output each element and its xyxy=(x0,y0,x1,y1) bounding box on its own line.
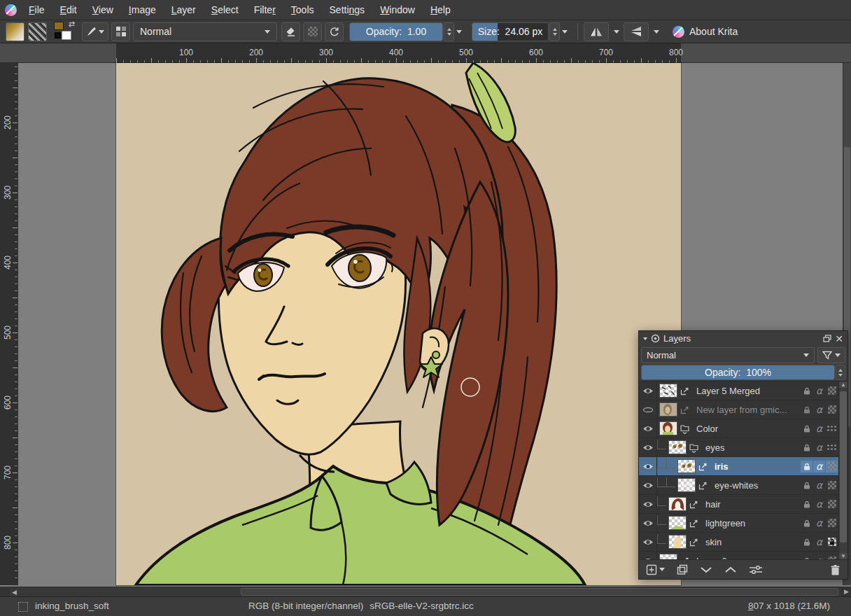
layer-thumbnail[interactable] xyxy=(659,384,677,398)
mirror-vertical-options[interactable] xyxy=(652,22,661,41)
layer-thumbnail[interactable] xyxy=(668,535,687,549)
layer-row-layer6[interactable]: Layer 6 α xyxy=(639,552,848,559)
layer-lock-icon[interactable] xyxy=(801,442,813,454)
docker-collapse-icon[interactable] xyxy=(643,337,647,340)
layer-filter-button[interactable] xyxy=(817,347,845,363)
layer-thumbnail[interactable] xyxy=(677,478,696,492)
alpha-lock-icon[interactable]: α xyxy=(813,498,825,510)
gradient-chooser-button[interactable] xyxy=(6,22,24,41)
passthrough-icon[interactable] xyxy=(826,442,838,454)
alpha-lock-icon[interactable]: α xyxy=(813,479,825,491)
layer-properties-button[interactable] xyxy=(749,565,763,575)
inherit-alpha-icon[interactable] xyxy=(826,461,838,472)
inherit-alpha-icon[interactable] xyxy=(826,517,838,529)
layer-row-color-group[interactable]: Color α xyxy=(639,419,848,438)
canvas-horizontal-scrollbar[interactable]: ◀ xyxy=(10,587,841,596)
add-layer-button[interactable] xyxy=(646,564,665,575)
layer-lock-icon[interactable] xyxy=(801,536,813,548)
foreground-color-swatch[interactable] xyxy=(54,22,64,30)
layer-row-eye-whites[interactable]: eye-whites α xyxy=(639,476,848,495)
delete-layer-button[interactable] xyxy=(830,564,841,575)
layer-name[interactable]: skin xyxy=(701,537,800,547)
menu-layer[interactable]: Layer xyxy=(164,2,204,18)
layer-thumbnail[interactable] xyxy=(659,402,677,416)
visibility-toggle[interactable] xyxy=(639,533,657,551)
menu-edit[interactable]: Edit xyxy=(52,2,85,18)
layer-thumbnail[interactable] xyxy=(668,497,687,511)
pattern-chooser-button[interactable] xyxy=(28,22,47,41)
layer-lock-icon[interactable] xyxy=(801,517,813,529)
mirror-horizontal-button[interactable] xyxy=(584,22,609,41)
preserve-alpha-button[interactable] xyxy=(303,22,322,41)
alpha-lock-icon[interactable]: α xyxy=(813,555,825,560)
layer-blend-mode-select[interactable]: Normal xyxy=(641,347,815,363)
move-layer-up-button[interactable] xyxy=(724,566,737,573)
opacity-slider[interactable]: Opacity: 1.00 xyxy=(349,22,443,41)
layer-lock-icon[interactable] xyxy=(801,423,813,435)
opacity-spinner[interactable] xyxy=(444,22,454,41)
layer-name[interactable]: eye-whites xyxy=(710,480,800,491)
visibility-toggle[interactable] xyxy=(639,476,657,494)
blend-mode-select[interactable]: Normal xyxy=(133,22,277,41)
docker-float-icon[interactable] xyxy=(823,335,831,342)
layer-opacity-slider[interactable]: Opacity: 100% xyxy=(641,365,835,380)
inherit-alpha-active-icon[interactable] xyxy=(826,536,838,548)
visibility-toggle[interactable] xyxy=(639,514,657,532)
reload-preset-button[interactable] xyxy=(325,22,344,41)
layer-lock-icon[interactable] xyxy=(801,461,813,472)
layer-row-skin[interactable]: skin α xyxy=(639,533,848,552)
layer-name[interactable]: Color xyxy=(691,424,800,434)
default-colors-swatch[interactable] xyxy=(55,32,61,38)
menu-image[interactable]: Image xyxy=(121,2,164,18)
scroll-right-icon[interactable]: ▶ xyxy=(844,587,849,596)
layer-name[interactable]: hair xyxy=(701,499,800,510)
scroll-down-icon[interactable]: ▼ xyxy=(839,553,848,559)
alpha-lock-icon[interactable]: α xyxy=(813,461,825,472)
menu-file[interactable]: File xyxy=(21,2,52,18)
layer-name[interactable]: eyes xyxy=(701,442,800,453)
brush-preset-chooser-button[interactable] xyxy=(111,22,130,41)
layer-row-eyes-group[interactable]: eyes α xyxy=(639,438,848,457)
visibility-toggle[interactable] xyxy=(639,552,657,559)
layer-lock-icon[interactable] xyxy=(801,555,813,560)
layer-name[interactable]: Layer 6 xyxy=(691,556,800,560)
about-krita[interactable]: About Krita xyxy=(668,26,738,38)
visibility-toggle[interactable] xyxy=(639,400,657,419)
layer-name[interactable]: Layer 5 Merged xyxy=(691,386,800,396)
group-layer-icon[interactable] xyxy=(677,424,691,434)
layer-row-layer5-merged[interactable]: Layer 5 Merged α xyxy=(639,382,848,400)
alpha-lock-icon[interactable]: α xyxy=(813,404,825,416)
menu-settings[interactable]: Settings xyxy=(322,2,373,18)
layer-thumbnail[interactable] xyxy=(668,516,687,530)
layer-lock-icon[interactable] xyxy=(801,385,813,397)
mirror-horizontal-options[interactable] xyxy=(612,22,621,41)
scroll-left-icon[interactable]: ◀ xyxy=(12,587,17,597)
inherit-alpha-icon[interactable] xyxy=(826,498,838,510)
layer-list-scrollbar[interactable]: ▲ ▼ xyxy=(838,382,848,559)
layer-row-gmic[interactable]: New layer from gmic... α xyxy=(639,400,848,419)
visibility-toggle[interactable] xyxy=(639,438,657,456)
layer-thumbnail[interactable] xyxy=(659,421,677,435)
brush-preset-status-icon[interactable] xyxy=(18,602,28,612)
visibility-toggle[interactable] xyxy=(639,419,657,438)
eraser-mode-button[interactable] xyxy=(281,22,300,41)
status-document-size[interactable]: 807 x 1018 (21.6M) xyxy=(748,601,830,611)
visibility-toggle[interactable] xyxy=(639,382,657,400)
menu-select[interactable]: Select xyxy=(204,2,246,18)
alpha-lock-icon[interactable]: α xyxy=(813,442,825,454)
visibility-toggle[interactable] xyxy=(639,457,657,475)
layer-row-lightgreen[interactable]: lightgreen α xyxy=(639,514,848,533)
layer-list-scroll-thumb[interactable] xyxy=(840,391,847,542)
brush-editor-button[interactable] xyxy=(82,22,108,41)
menu-view[interactable]: View xyxy=(85,2,121,18)
size-spinner[interactable] xyxy=(549,22,560,41)
layer-thumbnail[interactable] xyxy=(659,554,677,559)
mirror-vertical-button[interactable] xyxy=(624,22,649,41)
layers-docker-titlebar[interactable]: Layers ✕ xyxy=(639,331,848,346)
background-color-swatch[interactable] xyxy=(62,31,71,40)
layer-thumbnail[interactable] xyxy=(668,440,687,454)
layer-name[interactable]: lightgreen xyxy=(701,518,800,528)
menu-window[interactable]: Window xyxy=(372,2,423,18)
alpha-lock-icon[interactable]: α xyxy=(813,423,825,435)
menu-help[interactable]: Help xyxy=(423,2,458,18)
